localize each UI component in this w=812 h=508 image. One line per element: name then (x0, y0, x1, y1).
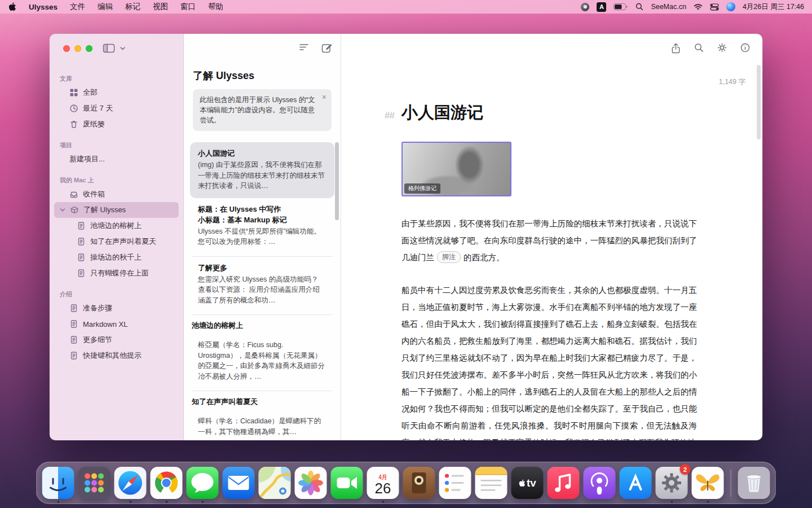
sidebar-chevron-down-icon[interactable] (120, 46, 126, 51)
item-label: 知了在声声叫着夏天 (90, 237, 156, 247)
dock-trash[interactable] (738, 467, 770, 499)
sidebar: 文库 全部 最近 7 天 废纸篓 项目 新建项目... 我的 Mac 上 (50, 34, 183, 440)
dock-launchpad[interactable] (78, 467, 111, 499)
sidebar-item-intro[interactable]: 准备步骤 (54, 300, 179, 316)
dock-mail[interactable] (223, 467, 255, 499)
status-text[interactable]: SeeMac.cn (651, 3, 686, 11)
paragraph: 船员中有十二人因过度劳累及饮食恶劣而丧生，其余的人也都极度虚弱。十一月五日，当地… (401, 282, 697, 440)
inline-image[interactable]: 格列佛游记 (401, 142, 511, 196)
spotlight-icon[interactable] (636, 3, 643, 11)
info-icon[interactable] (740, 43, 750, 54)
menu-app-name[interactable]: Ulysses (29, 3, 58, 11)
sheet-item[interactable]: 蟬科（学名：Cicadidae）是蟬總科下的一科，其下物種通稱為蟬，其… (190, 409, 334, 440)
photos-icon (295, 467, 327, 499)
sidebar-item-new-project[interactable]: 新建项目... (54, 151, 179, 167)
sidebar-item-intro[interactable]: Markdown XL (54, 316, 179, 332)
close-icon[interactable]: × (322, 92, 326, 102)
dock-photo-booth[interactable] (403, 467, 435, 499)
menu-markup[interactable]: 标记 (125, 2, 140, 12)
sidebar-toggle-icon[interactable] (103, 43, 115, 53)
chrome-icon (151, 467, 183, 499)
sidebar-item-intro[interactable]: 快捷键和其他提示 (54, 348, 179, 364)
sheet-item[interactable]: 榕亞屬（学名：Ficus subg. Urostigma），是桑科榕属（无花果属… (190, 333, 334, 388)
dock-finder[interactable] (42, 467, 74, 499)
dock-photos[interactable] (295, 467, 327, 499)
menu-edit[interactable]: 编辑 (98, 2, 113, 12)
sheet-group-header: 池塘边的榕树上 (184, 315, 341, 333)
zoom-button[interactable] (86, 45, 92, 52)
dock-podcasts[interactable] (584, 467, 616, 499)
wifi-icon[interactable] (694, 3, 703, 10)
sidebar-item-inbox[interactable]: 收件箱 (54, 186, 179, 202)
sheet-item[interactable]: 标题：在 Ulysses 中写作 小标题：基本 Markup 标记 Ulysse… (190, 198, 334, 254)
dock-ulysses[interactable] (692, 467, 724, 499)
document-icon (77, 253, 86, 262)
dock-safari[interactable] (114, 467, 147, 499)
control-center-icon[interactable] (710, 3, 719, 11)
menu-help[interactable]: 帮助 (208, 2, 223, 12)
sheet-title: 了解更多 (198, 262, 326, 273)
sheet-preview: 您需深入研究 Ulysses 的高级功能吗？ 查看以下资源： 应用介绍涵盖应用介… (198, 274, 326, 306)
apple-menu[interactable] (8, 2, 16, 11)
gray-circle-icon[interactable] (581, 3, 589, 11)
sidebar-item-sheet[interactable]: 操场边的秋千上 (54, 249, 179, 265)
sidebar-item-all[interactable]: 全部 (54, 85, 179, 100)
dock-reminders[interactable] (439, 467, 471, 499)
sidebar-item-intro[interactable]: 更多细节 (54, 332, 179, 348)
item-label: 了解 Ulysses (83, 205, 126, 215)
dock-notes[interactable] (475, 467, 508, 499)
search-icon[interactable] (694, 43, 704, 54)
chevron-down-icon[interactable] (60, 207, 65, 213)
minimize-button[interactable] (74, 45, 81, 52)
sidebar-item-recent[interactable]: 最近 7 天 (54, 100, 179, 116)
dock-maps[interactable] (259, 467, 291, 499)
menu-view[interactable]: 视图 (153, 2, 168, 12)
sidebar-item-group-ulysses[interactable]: 了解 Ulysses (54, 202, 179, 218)
share-icon[interactable] (671, 43, 681, 54)
document-icon (69, 304, 78, 313)
dock-chrome[interactable] (151, 467, 183, 499)
gear-icon[interactable] (717, 43, 727, 54)
photo-booth-icon (403, 467, 435, 499)
sheet-item-selected[interactable]: 小人国游记 (img) 由于某些原因，我不便将我们在那一带海上历险的细枝末节来打… (190, 142, 334, 198)
dock-facetime[interactable] (331, 467, 363, 499)
apple-tv-logo-icon (518, 479, 525, 487)
sidebar-item-sheet[interactable]: 池塘边的榕树上 (54, 218, 179, 234)
dock-music[interactable] (548, 467, 580, 499)
menu-file[interactable]: 文件 (70, 2, 85, 12)
document-icon (77, 237, 86, 246)
editor-pane[interactable]: 1,149 字 ## 小人国游记 格列佛游记 由于某些原因，我不便将我们在那一带… (341, 34, 762, 440)
filter-icon[interactable] (299, 43, 309, 53)
podcasts-icon (584, 467, 616, 499)
menu-bar: Ulysses 文件 编辑 标记 视图 窗口 帮助 A SeeMac.cn 4月… (0, 0, 812, 14)
input-source-badge[interactable]: A (597, 2, 606, 12)
calendar-day-label: 26 (375, 480, 391, 496)
document-icon (69, 351, 78, 360)
dock-messages[interactable] (187, 467, 219, 499)
blue-circle-icon[interactable] (726, 2, 735, 11)
editor-content[interactable]: ## 小人国游记 格列佛游记 由于某些原因，我不便将我们在那一带海上历险的细枝末… (401, 102, 697, 440)
heading-markup: ## (385, 105, 394, 126)
finder-icon (42, 467, 74, 499)
menu-window[interactable]: 窗口 (180, 2, 196, 12)
sheet-list-pane: 了解 Ulysses 此组包含的是用于展示 Ulysses 的“文本编辑能力”的… (183, 34, 341, 440)
menu-clock[interactable]: 4月26日 周三 17:46 (743, 2, 804, 12)
sheet-list-scrollbar[interactable] (335, 142, 339, 220)
editor-scrollbar[interactable] (757, 65, 761, 139)
paragraph: 由于某些原因，我不便将我们在那一带海上历险的细枝末节来打扰读者，只说说下面这些情… (401, 215, 697, 266)
dock-calendar[interactable]: 4月 26 (367, 467, 399, 499)
sidebar-item-sheet[interactable]: 只有蝴蝶停在上面 (54, 265, 179, 281)
word-count: 1,149 字 (719, 77, 745, 87)
tv-label: tv (527, 477, 536, 489)
footnote-chip[interactable]: 脚注 (437, 251, 461, 263)
compose-icon[interactable] (321, 43, 332, 53)
dock-app-store[interactable] (620, 467, 652, 499)
sidebar-item-sheet[interactable]: 知了在声声叫着夏天 (54, 234, 179, 249)
desktop: { "colors": { "desktop_top": "#f2a0c6", … (0, 0, 812, 508)
close-button[interactable] (63, 45, 70, 52)
dock-apple-tv[interactable]: tv (511, 467, 544, 499)
sidebar-item-trash[interactable]: 废纸篓 (54, 116, 179, 132)
dock-system-settings[interactable]: 2 (656, 467, 688, 499)
battery-icon[interactable] (614, 3, 628, 10)
sheet-item[interactable]: 了解更多 您需深入研究 Ulysses 的高级功能吗？ 查看以下资源： 应用介绍… (190, 257, 334, 313)
